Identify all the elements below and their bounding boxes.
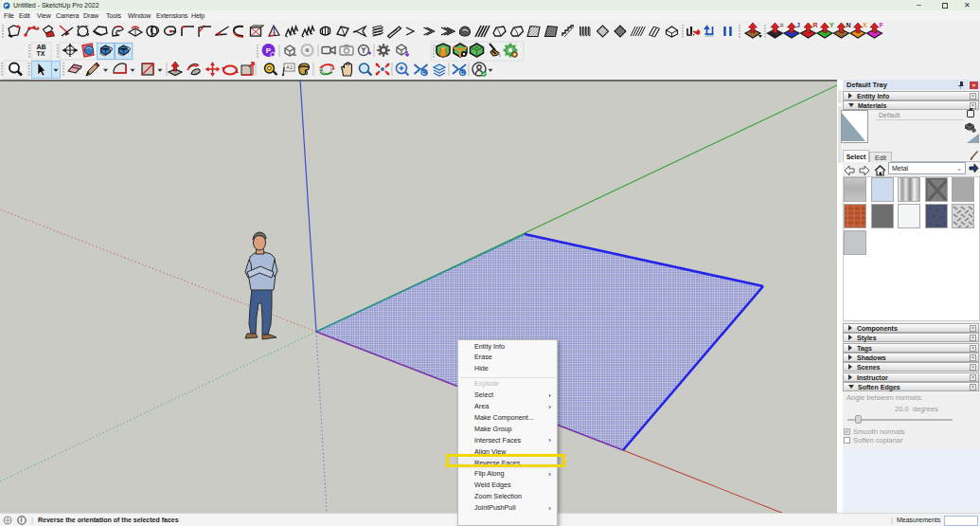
- svg-text:A1: A1: [286, 64, 294, 70]
- svg-text:i: i: [21, 517, 23, 523]
- svg-text:F: F: [880, 22, 884, 28]
- svg-text:=: =: [780, 22, 784, 28]
- svg-text:AB: AB: [37, 44, 46, 50]
- svg-text:Y: Y: [829, 22, 834, 28]
- svg-text:N: N: [846, 22, 851, 28]
- svg-text:X: X: [863, 22, 867, 28]
- svg-text:TX: TX: [37, 50, 45, 57]
- svg-text:R: R: [813, 22, 818, 28]
- svg-text:J: J: [796, 22, 800, 28]
